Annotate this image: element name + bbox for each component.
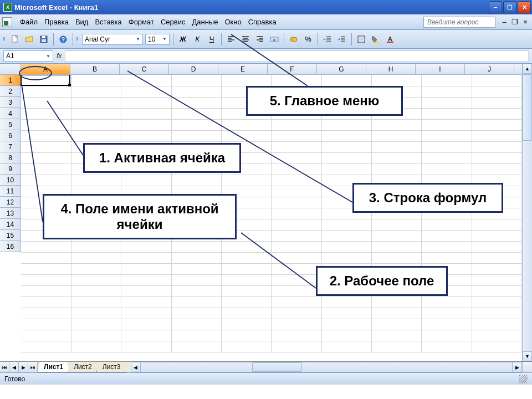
- svg-rect-11: [372, 42, 379, 43]
- app-icon: X: [3, 3, 12, 12]
- menu-help[interactable]: Справка: [245, 16, 280, 28]
- open-icon[interactable]: [23, 33, 35, 45]
- decrease-indent-icon[interactable]: [321, 33, 334, 45]
- callout-1: 1. Активная ячейка: [83, 143, 241, 173]
- row-header-13[interactable]: 13: [0, 208, 21, 219]
- toolbar-grip-2[interactable]: [76, 33, 79, 45]
- ask-question-input[interactable]: [423, 17, 495, 28]
- col-header-c[interactable]: C: [120, 64, 169, 74]
- row-header-5[interactable]: 5: [0, 119, 21, 130]
- col-header-g[interactable]: G: [317, 64, 366, 74]
- scroll-thumb[interactable]: [523, 74, 532, 141]
- title-bar: X Microsoft Excel - Книга1 – ☐ ✕: [0, 0, 532, 14]
- bold-button[interactable]: Ж: [177, 33, 189, 45]
- scroll-down-button[interactable]: ▼: [523, 351, 532, 361]
- menu-data[interactable]: Данные: [188, 16, 221, 28]
- row-header-6[interactable]: 6: [0, 130, 21, 141]
- maximize-button[interactable]: ☐: [503, 1, 516, 13]
- sheet-tab-2[interactable]: Лист2: [68, 362, 98, 372]
- row-header-15[interactable]: 15: [0, 230, 21, 241]
- row-header-10[interactable]: 10: [0, 175, 21, 186]
- name-box[interactable]: A1 ▼: [3, 50, 53, 62]
- toolbar: ? Arial Cyr ▼ 10 ▼ Ж К Ч a % A: [0, 30, 532, 49]
- col-header-j[interactable]: J: [465, 64, 514, 74]
- font-name-selector[interactable]: Arial Cyr ▼: [82, 34, 143, 45]
- toolbar-grip[interactable]: [3, 33, 6, 45]
- callout-5: 5. Главное меню: [246, 86, 403, 116]
- tab-nav-next[interactable]: ▶: [19, 362, 28, 372]
- row-header-12[interactable]: 12: [0, 197, 21, 208]
- percent-button[interactable]: %: [302, 33, 314, 45]
- row-header-9[interactable]: 9: [0, 163, 21, 175]
- menu-view[interactable]: Вид: [72, 16, 92, 28]
- hscroll-thumb[interactable]: [252, 362, 302, 372]
- row-header-16[interactable]: 16: [0, 241, 21, 252]
- menu-file[interactable]: Файл: [17, 16, 41, 28]
- window-title: Microsoft Excel - Книга1: [14, 3, 489, 12]
- scroll-left-button[interactable]: ◀: [131, 362, 141, 372]
- increase-indent-icon[interactable]: [336, 33, 348, 45]
- menu-edit[interactable]: Правка: [41, 16, 72, 28]
- name-box-value: A1: [6, 52, 14, 60]
- italic-button[interactable]: К: [191, 33, 203, 45]
- col-header-b[interactable]: B: [70, 64, 120, 74]
- menu-insert[interactable]: Вставка: [91, 16, 125, 28]
- sheet-tab-1[interactable]: Лист1: [38, 362, 69, 372]
- workbook-icon[interactable]: [2, 17, 12, 27]
- row-header-1[interactable]: 1: [0, 75, 21, 86]
- select-all-corner[interactable]: [0, 64, 21, 74]
- align-right-icon[interactable]: [254, 33, 266, 45]
- row-header-2[interactable]: 2: [0, 86, 21, 97]
- col-header-i[interactable]: I: [416, 64, 465, 74]
- chevron-down-icon: ▼: [46, 54, 50, 59]
- underline-button[interactable]: Ч: [206, 33, 218, 45]
- save-icon[interactable]: [38, 33, 50, 45]
- menu-format[interactable]: Формат: [125, 16, 157, 28]
- font-color-icon[interactable]: A: [384, 33, 396, 45]
- new-icon[interactable]: [9, 33, 21, 45]
- font-size-selector[interactable]: 10 ▼: [145, 34, 170, 45]
- row-header-3[interactable]: 3: [0, 97, 21, 108]
- align-left-icon[interactable]: [225, 33, 237, 45]
- borders-icon[interactable]: [355, 33, 367, 45]
- mdi-minimize-button[interactable]: –: [500, 18, 509, 27]
- col-header-e[interactable]: E: [218, 64, 268, 74]
- row-header-4[interactable]: 4: [0, 108, 21, 119]
- scroll-right-button[interactable]: ▶: [512, 362, 522, 372]
- merge-center-icon[interactable]: a: [268, 33, 280, 45]
- scroll-up-button[interactable]: ▲: [523, 64, 532, 74]
- help-icon[interactable]: ?: [57, 33, 69, 45]
- tab-nav-last[interactable]: ⏭: [28, 362, 38, 372]
- col-header-d[interactable]: D: [169, 64, 218, 74]
- row-header-8[interactable]: 8: [0, 152, 21, 163]
- tab-nav-prev[interactable]: ◀: [9, 362, 19, 372]
- close-button[interactable]: ✕: [518, 1, 531, 13]
- menu-tools[interactable]: Сервис: [157, 16, 189, 28]
- menu-window[interactable]: Окно: [221, 16, 244, 28]
- svg-rect-13: [387, 42, 393, 43]
- fx-label[interactable]: fx: [57, 52, 62, 60]
- mdi-close-button[interactable]: ×: [521, 18, 530, 27]
- horizontal-scrollbar[interactable]: ◀ ▶: [131, 362, 522, 372]
- minimize-button[interactable]: –: [489, 1, 502, 13]
- row-header-11[interactable]: 11: [0, 186, 21, 197]
- tab-nav-first[interactable]: ⏮: [0, 362, 9, 372]
- vertical-scrollbar[interactable]: ▲ ▼: [522, 64, 532, 361]
- col-header-f[interactable]: F: [268, 64, 317, 74]
- svg-text:A: A: [388, 35, 392, 42]
- resize-grip-icon[interactable]: [519, 375, 528, 383]
- column-headers: A B C D E F G H I J: [0, 64, 522, 75]
- row-header-14[interactable]: 14: [0, 219, 21, 230]
- sheet-tab-3[interactable]: Лист3: [96, 362, 127, 372]
- currency-icon[interactable]: [288, 33, 300, 45]
- menu-bar: Файл Правка Вид Вставка Формат Сервис Да…: [0, 14, 532, 30]
- align-center-icon[interactable]: [239, 33, 252, 45]
- fill-color-icon[interactable]: [370, 33, 382, 45]
- callout-3: 3. Строка формул: [352, 183, 503, 213]
- col-header-a[interactable]: A: [21, 64, 70, 74]
- font-size-label: 10: [148, 35, 155, 43]
- formula-input[interactable]: [65, 50, 529, 62]
- row-header-7[interactable]: 7: [0, 141, 21, 152]
- mdi-restore-button[interactable]: ❐: [510, 18, 519, 27]
- col-header-h[interactable]: H: [366, 64, 416, 74]
